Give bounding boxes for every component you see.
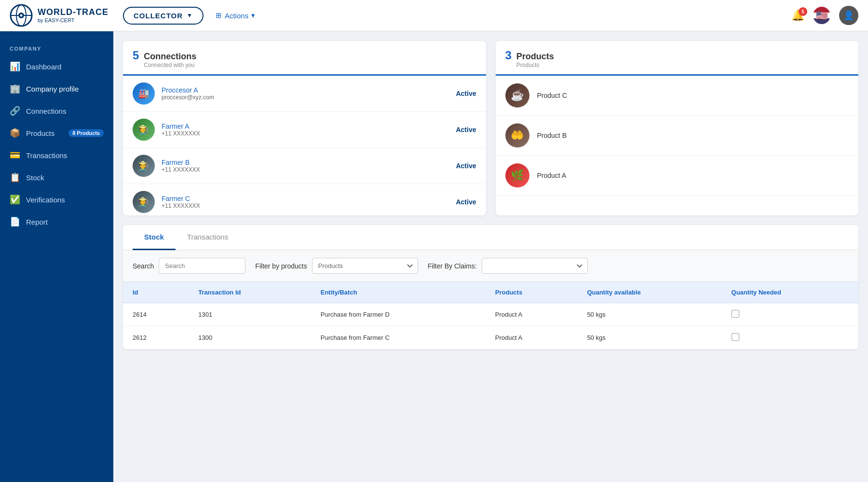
connection-avatar-0: 🏭 <box>133 82 155 105</box>
product-item-2[interactable]: 🌿 Product A <box>496 156 859 196</box>
logo-title: WORLD-TRACE <box>38 7 108 18</box>
sidebar-label-products: Products <box>26 129 54 137</box>
company-profile-icon: 🏢 <box>10 83 20 94</box>
cell-product-0: Product A <box>486 303 578 326</box>
sidebar-label-transactions: Transactions <box>26 151 67 160</box>
connection-avatar-3: 🧑‍🌾 <box>133 191 155 213</box>
connection-avatar-img-0: 🏭 <box>133 82 155 105</box>
connection-item-3[interactable]: 🧑‍🌾 Farmer C +11 XXXXXXX Active <box>123 184 486 215</box>
actions-button[interactable]: ⊞ Actions ▾ <box>216 11 255 20</box>
connection-list: 🏭 Proccesor A proccesor@xyz.com Active 🧑… <box>123 76 486 215</box>
cell-id-1: 2612 <box>123 326 189 349</box>
chevron-down-icon: ▼ <box>187 12 193 19</box>
connection-info-3: Farmer C +11 XXXXXXX <box>162 195 449 209</box>
stock-icon: 📋 <box>10 172 20 183</box>
col-products: Products <box>486 282 578 303</box>
connection-status-0: Active <box>456 90 476 97</box>
connections-count: 5 <box>133 49 139 62</box>
search-input[interactable] <box>159 258 245 274</box>
sidebar-item-verifications[interactable]: ✅ Verifications <box>0 188 113 211</box>
cell-qty-needed-1 <box>722 326 858 349</box>
sidebar-item-products[interactable]: 📦 Products 8 Products <box>0 122 113 144</box>
logo-sub: by EASY-CERT <box>38 17 108 24</box>
tab-stock[interactable]: Stock <box>133 225 176 250</box>
sidebar-item-stock[interactable]: 📋 Stock <box>0 166 113 188</box>
sidebar: COMPANY 📊 Dashboard 🏢 Company profile 🔗 … <box>0 31 113 482</box>
product-avatar-img-2: 🌿 <box>505 163 529 187</box>
sidebar-item-report[interactable]: 📄 Report <box>0 211 113 233</box>
filter-claims-label: Filter By Claims: <box>428 262 477 270</box>
sidebar-item-dashboard[interactable]: 📊 Dashboard <box>0 55 113 78</box>
connection-sub-1: +11 XXXXXXX <box>162 130 449 137</box>
claims-filter-select[interactable] <box>482 258 588 274</box>
product-avatar-1: 🤲 <box>505 123 529 147</box>
content-area: 5 Connections Connected with you 🏭 Procc… <box>113 31 868 482</box>
product-avatar-img-1: 🤲 <box>505 123 529 147</box>
col-qty-available: Quantity available <box>577 282 721 303</box>
checkbox-1[interactable] <box>732 333 739 341</box>
user-avatar-button[interactable]: 👤 <box>839 6 858 25</box>
products-icon: 📦 <box>10 128 20 138</box>
connections-icon: 🔗 <box>10 106 20 116</box>
product-name-1: Product B <box>537 132 567 139</box>
connection-info-2: Farmer B +11 XXXXXXX <box>162 159 449 173</box>
connection-item-2[interactable]: 🧑‍🌾 Farmer B +11 XXXXXXX Active <box>123 148 486 184</box>
connection-avatar-img-1: 🧑‍🌾 <box>133 119 155 141</box>
col-transaction-id: Transaction Id <box>189 282 311 303</box>
products-title-block: Products Products <box>516 52 554 68</box>
logo-text: WORLD-TRACE by EASY-CERT <box>38 7 108 24</box>
products-card: 3 Products Products ☕ Product C 🤲 <box>496 41 859 215</box>
language-flag-button[interactable]: 🇺🇸 <box>813 7 830 24</box>
cell-txid-0[interactable]: 1301 <box>189 303 311 326</box>
logo-icon <box>10 4 33 27</box>
svg-point-4 <box>20 14 23 17</box>
products-subtitle: Products <box>516 62 554 68</box>
cell-qty-needed-0 <box>722 303 858 326</box>
sidebar-label-stock: Stock <box>26 174 44 182</box>
sidebar-item-connections[interactable]: 🔗 Connections <box>0 100 113 122</box>
table-header-row: Id Transaction Id Entity/Batch Products … <box>123 282 858 303</box>
connection-item-1[interactable]: 🧑‍🌾 Farmer A +11 XXXXXXX Active <box>123 112 486 148</box>
sidebar-item-transactions[interactable]: 💳 Transactions <box>0 144 113 166</box>
table-body: 2614 1301 Purchase from Farmer D Product… <box>123 303 858 349</box>
cell-txid-1[interactable]: 1300 <box>189 326 311 349</box>
connections-title-block: Connections Connected with you <box>144 52 196 68</box>
notification-badge: 5 <box>799 7 807 16</box>
connections-card: 5 Connections Connected with you 🏭 Procc… <box>123 41 486 215</box>
product-item-0[interactable]: ☕ Product C <box>496 76 859 116</box>
cell-id-0: 2614 <box>123 303 189 326</box>
tab-transactions[interactable]: Transactions <box>176 225 240 250</box>
connection-status-1: Active <box>456 126 476 134</box>
connection-avatar-2: 🧑‍🌾 <box>133 155 155 177</box>
notification-button[interactable]: 🔔 5 <box>791 9 804 22</box>
filters-row: Search Filter by products Products Filte… <box>123 250 858 282</box>
header: WORLD-TRACE by EASY-CERT COLLECTOR ▼ ⊞ A… <box>0 0 868 31</box>
checkbox-0[interactable] <box>732 310 739 318</box>
cell-qty-avail-1: 50 kgs <box>577 326 721 349</box>
cell-entity-1[interactable]: Purchase from Farmer C <box>311 326 486 349</box>
sidebar-item-company-profile[interactable]: 🏢 Company profile <box>0 78 113 100</box>
table-row-1: 2612 1300 Purchase from Farmer C Product… <box>123 326 858 349</box>
data-table: Id Transaction Id Entity/Batch Products … <box>123 282 858 349</box>
actions-icon: ⊞ <box>216 11 222 20</box>
connection-sub-2: +11 XXXXXXX <box>162 166 449 173</box>
connection-sub-0: proccesor@xyz.com <box>162 94 449 101</box>
connection-item-0[interactable]: 🏭 Proccesor A proccesor@xyz.com Active <box>123 76 486 112</box>
products-badge: 8 Products <box>68 129 104 137</box>
product-name-2: Product A <box>537 172 567 179</box>
collector-button[interactable]: COLLECTOR ▼ <box>123 7 203 25</box>
connection-name-3: Farmer C <box>162 195 449 202</box>
search-label: Search <box>133 262 154 270</box>
cell-entity-0[interactable]: Purchase from Farmer D <box>311 303 486 326</box>
connection-status-3: Active <box>456 198 476 206</box>
product-item-1[interactable]: 🤲 Product B <box>496 116 859 156</box>
tabs-section: Stock Transactions Search Filter by prod… <box>123 225 858 349</box>
logo-area: WORLD-TRACE by EASY-CERT <box>10 4 108 27</box>
cell-qty-avail-0: 50 kgs <box>577 303 721 326</box>
col-id: Id <box>123 282 189 303</box>
sidebar-label-connections: Connections <box>26 107 66 115</box>
products-filter-select[interactable]: Products <box>312 258 418 274</box>
connection-sub-3: +11 XXXXXXX <box>162 202 449 209</box>
products-title: Products <box>516 52 554 62</box>
cell-product-1: Product A <box>486 326 578 349</box>
